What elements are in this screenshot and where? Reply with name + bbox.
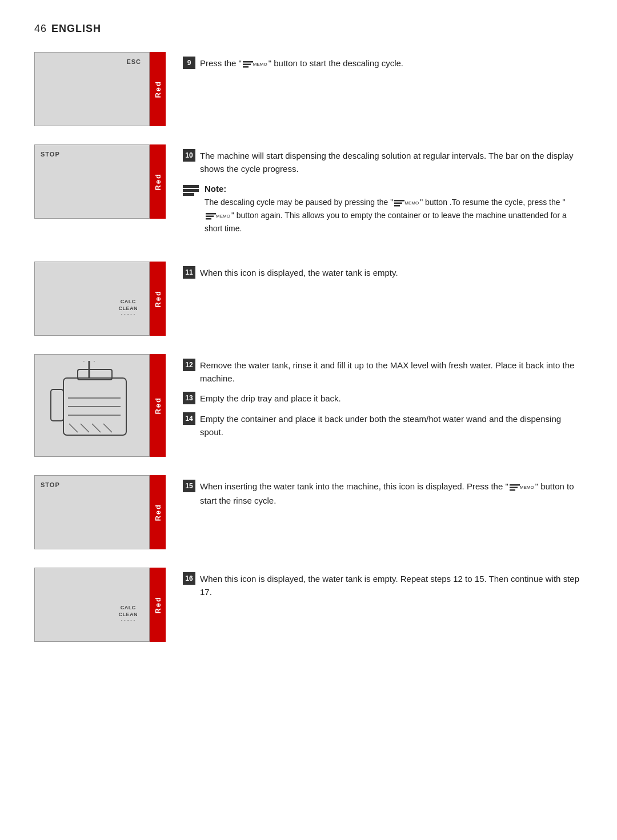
display-box-step9: ESC [34, 52, 150, 126]
svg-rect-22 [510, 489, 515, 491]
step-text-11: When this icon is displayed, the water t… [200, 266, 398, 279]
step-number-10: 10 [183, 149, 195, 162]
step-number-12: 12 [183, 359, 195, 371]
svg-rect-3 [394, 200, 404, 202]
svg-rect-6 [206, 213, 216, 215]
step-line-12: 12 Remove the water tank, rinse it and f… [183, 359, 583, 385]
step-line-15: 15 When inserting the water tank into th… [183, 480, 583, 507]
section-step11: CALC CLEAN · · · · · Red 11 When this ic… [34, 262, 583, 336]
red-label-step16: Red [154, 596, 162, 614]
red-bar-step16: Red [150, 568, 166, 642]
display-box-steps12-14 [34, 354, 150, 457]
content-step16: 16 When this icon is displayed, the wate… [183, 568, 583, 606]
page-number: 46 [34, 23, 47, 34]
svg-rect-21 [510, 487, 518, 489]
content-step15: 15 When inserting the water tank into th… [183, 475, 583, 514]
svg-rect-8 [206, 218, 211, 220]
step-number-9: 9 [183, 57, 195, 69]
svg-rect-15 [51, 389, 63, 421]
dots-11: · · · · · [119, 312, 138, 317]
esc-label: ESC [126, 58, 141, 65]
display-box-step11: CALC CLEAN · · · · · [34, 262, 150, 336]
red-bar-step15: Red [150, 475, 166, 549]
section-step9: ESC Red 9 Press the "MEMO" button to sta… [34, 52, 583, 126]
red-label-step10: Red [154, 173, 162, 191]
step-line-13: 13 Empty the drip tray and place it back… [183, 392, 583, 405]
note-content: Note: The descaling cycle may be paused … [205, 184, 583, 235]
content-step9: 9 Press the "MEMO" button to start the d… [183, 52, 583, 78]
red-bar-step10: Red [150, 144, 166, 219]
section-step16: CALC CLEAN · · · · · Red 16 When this ic… [34, 568, 583, 642]
calc-clean-label-11: CALC CLEAN · · · · · [119, 299, 138, 318]
svg-rect-4 [394, 202, 402, 204]
note-icon [183, 185, 199, 196]
tank-svg [46, 361, 138, 449]
step-text-16: When this icon is displayed, the water t… [200, 572, 583, 599]
red-bar-step9: Red [150, 52, 166, 126]
section-steps12-14: Red 12 Remove the water tank, rinse it a… [34, 354, 583, 457]
stop-label-15: STOP [41, 481, 60, 488]
content-step11: 11 When this icon is displayed, the wate… [183, 262, 583, 286]
red-bar-step11: Red [150, 262, 166, 336]
diagram-step10: STOP Red [34, 144, 166, 219]
step-number-14: 14 [183, 412, 195, 425]
step-number-15: 15 [183, 480, 195, 492]
note-text: The descaling cycle may be paused by pre… [205, 196, 583, 235]
svg-line-16 [69, 424, 78, 432]
step-line-10: 10 The machine will start dispensing the… [183, 149, 583, 176]
step-text-9: Press the "MEMO" button to start the des… [200, 57, 403, 71]
clean-text-16: CLEAN [119, 612, 138, 618]
svg-line-17 [81, 424, 89, 432]
red-label-steps12-14: Red [154, 397, 162, 415]
diagram-step16: CALC CLEAN · · · · · Red [34, 568, 166, 642]
svg-rect-7 [206, 216, 214, 218]
svg-rect-0 [243, 61, 253, 63]
red-label-step15: Red [154, 504, 162, 521]
page-title: ENGLISH [51, 23, 101, 34]
content-step10: 10 The machine will start dispensing the… [183, 144, 583, 243]
step-number-16: 16 [183, 572, 195, 585]
display-box-step15: STOP [34, 475, 150, 549]
diagram-step11: CALC CLEAN · · · · · Red [34, 262, 166, 336]
red-label-step9: Red [154, 81, 162, 98]
diagram-step9: ESC Red [34, 52, 166, 126]
diagram-step15: STOP Red [34, 475, 166, 549]
dots-16: · · · · · [119, 618, 138, 624]
page-header: 46ENGLISH [34, 23, 583, 35]
step-text-15: When inserting the water tank into the m… [200, 480, 583, 507]
calc-text: CALC [119, 299, 138, 306]
content-steps12-14: 12 Remove the water tank, rinse it and f… [183, 354, 583, 445]
step-text-10: The machine will start dispensing the de… [200, 149, 583, 176]
display-box-step10: STOP [34, 144, 150, 219]
note-bar-2 [183, 189, 199, 192]
calc-text-16: CALC [119, 605, 138, 612]
section-step10: STOP Red 10 The machine will start dispe… [34, 144, 583, 243]
step-text-12: Remove the water tank, rinse it and fill… [200, 359, 583, 385]
step-line-14: 14 Empty the container and place it back… [183, 412, 583, 439]
svg-rect-20 [510, 484, 520, 486]
step-line-11: 11 When this icon is displayed, the wate… [183, 266, 583, 279]
note-box: Note: The descaling cycle may be paused … [183, 184, 583, 235]
svg-line-18 [92, 424, 101, 432]
display-box-step16: CALC CLEAN · · · · · [34, 568, 150, 642]
svg-rect-5 [394, 205, 400, 207]
red-bar-steps12-14: Red [150, 354, 166, 457]
step-number-13: 13 [183, 392, 195, 404]
step-line-9: 9 Press the "MEMO" button to start the d… [183, 57, 583, 71]
note-bar-1 [183, 185, 199, 188]
step-text-13: Empty the drip tray and place it back. [200, 392, 341, 405]
note-label: Note: [205, 184, 583, 194]
step-text-14: Empty the container and place it back un… [200, 412, 583, 439]
clean-text: CLEAN [119, 306, 138, 312]
svg-rect-2 [243, 66, 249, 68]
svg-line-19 [103, 424, 112, 432]
step-number-11: 11 [183, 266, 195, 279]
stop-label-10: STOP [41, 151, 60, 158]
red-label-step11: Red [154, 290, 162, 308]
svg-rect-1 [243, 64, 251, 66]
diagram-steps12-14: Red [34, 354, 166, 457]
note-bar-3 [183, 193, 194, 196]
calc-clean-label-16: CALC CLEAN · · · · · [119, 605, 138, 624]
section-step15: STOP Red 15 When inserting the water tan… [34, 475, 583, 549]
step-line-16: 16 When this icon is displayed, the wate… [183, 572, 583, 599]
